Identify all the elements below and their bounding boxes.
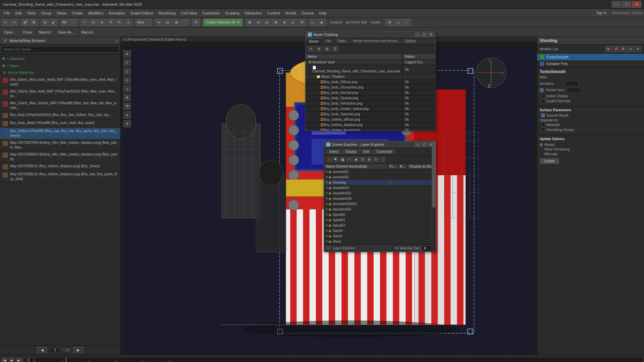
close-btn[interactable]: ✕ xyxy=(632,1,641,8)
timeline-track[interactable] xyxy=(35,357,643,362)
at-tab-server[interactable]: Server xyxy=(306,38,322,44)
se-maximize-btn[interactable]: □ xyxy=(422,142,427,147)
table-row[interactable]: 👁◆Spiral02 xyxy=(324,223,436,228)
table-row[interactable]: 🖼Boy_body_Scatter_radius.png Ok xyxy=(306,106,436,112)
menu-customize[interactable]: Customize xyxy=(200,10,222,16)
table-row[interactable]: 👁◆shoulder02A001 xyxy=(324,201,436,207)
select-btn[interactable]: ↖ xyxy=(80,19,89,26)
table-row[interactable]: 🖼Boy_body_Opacity.png Ok xyxy=(306,96,436,101)
material-btn[interactable]: ◈ xyxy=(318,19,326,26)
se-grid-icon[interactable]: ⊞ xyxy=(366,157,372,163)
viewport-nav-btn7[interactable]: 📷 xyxy=(123,103,131,110)
mat-next-btn[interactable]: ► xyxy=(73,347,84,353)
macro1-2-btn[interactable]: Macro1 xyxy=(78,29,96,35)
list-item[interactable]: Boy_body (VRayFastSSS2) [Boy, Boy_Jaw_bo… xyxy=(0,112,120,120)
lasso-btn[interactable]: ⊘ xyxy=(98,19,106,26)
at-view-btn[interactable]: ⊞ xyxy=(324,46,330,52)
se-close-icon[interactable]: ✕ xyxy=(326,157,332,163)
macro1-btn[interactable]: Macro1 xyxy=(36,29,54,35)
ts-render-iters-input[interactable]: 2 xyxy=(567,87,581,93)
mod-icon-2[interactable]: 📌 xyxy=(612,46,619,52)
curve-btn[interactable]: ⌒ xyxy=(181,19,189,26)
table-row[interactable]: 👁◆shoulder02A xyxy=(324,196,436,201)
list-item[interactable]: Map #2070298142 (Boy_clothes_displace.pn… xyxy=(0,171,120,183)
close-btn2[interactable]: Close xyxy=(20,29,35,35)
se-minimize-btn[interactable]: ─ xyxy=(415,142,420,147)
menu-corona[interactable]: Corona xyxy=(299,10,316,16)
percent-btn[interactable]: % xyxy=(192,19,200,26)
table-row[interactable]: 👁◆Spiral00 xyxy=(324,212,436,218)
move-btn[interactable]: ✛ xyxy=(107,19,115,26)
viewport-nav-btn4[interactable]: ◎ xyxy=(123,76,131,84)
check-btn[interactable]: ✓ xyxy=(403,19,411,26)
viewport-nav-btn9[interactable]: ⚙ xyxy=(123,120,131,127)
menu-rendering[interactable]: Rendering xyxy=(156,10,178,16)
table-row[interactable]: 🖼Boy_body_Refraction.png Ok xyxy=(306,101,436,106)
settings-btn[interactable]: ⚙ xyxy=(385,19,393,26)
table-row[interactable]: 👁◆shoulder003 xyxy=(324,207,436,212)
mirror-btn[interactable]: ⇔ xyxy=(155,19,163,26)
list-item[interactable]: Afro_Ederly_Man_clothes_MAT (VRayMtl) [M… xyxy=(0,100,120,112)
menu-views[interactable]: Views xyxy=(54,10,69,16)
named-selection-btn[interactable]: ⊠ xyxy=(246,19,254,26)
list-item[interactable]: Map #2070297948 (Elderly_Afro_Man_clothe… xyxy=(0,139,120,151)
when-rendering-radio[interactable]: When Rendering xyxy=(540,147,641,151)
viewport-nav-btn3[interactable]: ⊡ xyxy=(123,68,131,75)
mod-icon-5[interactable]: ✕ xyxy=(635,46,641,52)
maximize-btn[interactable]: □ xyxy=(622,1,631,8)
manually-radio[interactable]: Manually xyxy=(540,152,641,156)
se-tab-customize[interactable]: Customize xyxy=(373,149,395,154)
table-row[interactable]: 🖼Boy_clothes_diffuse.png Ok xyxy=(306,117,436,122)
se-expand-icon[interactable]: ⊡ xyxy=(373,157,379,163)
se-list-icon[interactable]: ☰ xyxy=(360,157,366,163)
table-row[interactable]: 👁◆Shooting ⬛ xyxy=(324,180,436,185)
list-item[interactable]: Afro_Ederly_Man_body_detail_MAT (VRayMtl… xyxy=(0,76,120,88)
unlink-btn[interactable]: ⛓ xyxy=(30,19,38,26)
table-row[interactable]: 👁◆Star00 xyxy=(324,228,436,234)
list-item[interactable]: Boy_clothes (VRayMtl) [Boy_cap, Boy_hair… xyxy=(0,128,120,139)
viewport-nav-btn5[interactable]: ⊿ xyxy=(123,85,131,93)
timeline-play-btn[interactable]: ▶ xyxy=(9,357,15,362)
view-dropdown[interactable]: View xyxy=(135,19,152,26)
materials-section-header[interactable]: ▶ + Materials xyxy=(3,56,118,61)
se-tab-select[interactable]: Select xyxy=(326,149,341,154)
paint-btn[interactable]: 🖌 xyxy=(50,19,58,26)
minimize-btn[interactable]: ─ xyxy=(612,1,621,8)
mat-search-input[interactable] xyxy=(1,46,119,53)
snaps-btn[interactable]: ⊕ xyxy=(280,19,288,26)
table-row[interactable]: 👁◆shoulder01 xyxy=(324,185,436,191)
se-more-icon[interactable]: ⋮ xyxy=(380,157,386,163)
save-as-btn[interactable]: Save As... xyxy=(55,29,77,35)
ts-isoline-checkbox[interactable]: Isoline Display xyxy=(540,94,641,98)
ts-render-iters-checkbox[interactable] xyxy=(540,88,544,92)
viewport-nav-btn6[interactable]: ⊞ xyxy=(123,94,131,101)
menu-edit[interactable]: Edit xyxy=(13,10,24,16)
table-row[interactable]: 👁◆Spiral01 xyxy=(324,218,436,223)
at-list-btn[interactable]: ☰ xyxy=(332,46,338,52)
viewport-nav-btn1[interactable]: ⊕ xyxy=(123,50,131,58)
table-row[interactable]: 🖼Boy_clothes_displace.png Ok xyxy=(306,122,436,128)
table-row[interactable]: 📁 Maps / Shaders xyxy=(306,74,436,79)
table-row[interactable]: 👁◆shoulder002 xyxy=(324,191,436,196)
layer-btn[interactable]: ⊞ xyxy=(172,19,180,26)
mirror2-btn[interactable]: ⇌ xyxy=(254,19,262,26)
menu-graph-editors[interactable]: Graph Editors xyxy=(128,10,156,16)
se-settings-icon[interactable]: ⚙ xyxy=(395,246,398,250)
se-lock-icon[interactable]: 🔒 xyxy=(339,157,345,163)
table-row[interactable]: 👁◆Stock xyxy=(324,239,436,244)
menu-animation[interactable]: Animation xyxy=(106,10,128,16)
select-link-btn[interactable]: 🔗 xyxy=(21,19,29,26)
table-row[interactable]: 📄 Carnival_Shooting_Game_with_Characters… xyxy=(306,65,436,74)
mat-prev-btn[interactable]: ◄ xyxy=(37,347,47,353)
select-region-btn[interactable]: ⊡ xyxy=(89,19,97,26)
rotate-btn[interactable]: ↻ xyxy=(115,19,123,26)
ts-explicit-checkbox[interactable]: Explicit Normals xyxy=(540,99,641,103)
table-row[interactable]: 👁◆screws001 xyxy=(324,169,436,175)
menu-scripting[interactable]: Scripting xyxy=(222,10,242,16)
menu-help[interactable]: Help xyxy=(316,10,329,16)
sign-in-btn[interactable]: Sign In xyxy=(593,10,610,16)
scale-btn[interactable]: ⊿ xyxy=(124,19,132,26)
se-geo-icon[interactable]: ◆ xyxy=(353,157,359,163)
at-maximize-btn[interactable]: □ xyxy=(422,32,427,37)
menu-arnold[interactable]: Arnold xyxy=(283,10,299,16)
